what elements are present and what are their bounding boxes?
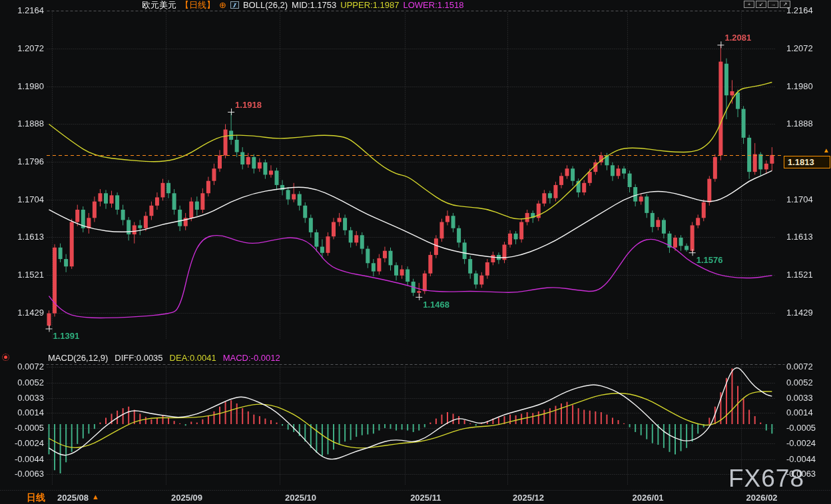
macd-axis-label-right: 0.0014 (786, 407, 813, 417)
chart-canvas[interactable] (0, 0, 831, 504)
x-axis-month-label: 2025/08 (57, 493, 89, 503)
price-axis-label-left: 1.1613 (0, 232, 44, 242)
period-selector-arrow-icon[interactable]: ▲ (92, 493, 99, 501)
chart-type-icon[interactable] (230, 1, 239, 9)
macd-axis-label-right: -0.0044 (786, 454, 816, 464)
price-axis-label-left: 1.1888 (0, 119, 44, 128)
add-indicator-icon[interactable]: ⊕ (219, 0, 226, 10)
price-axis-label-right: 1.2164 (786, 5, 813, 15)
price-axis-label-left: 1.2072 (0, 43, 44, 53)
x-axis-month-label: 2025/09 (171, 493, 202, 503)
current-price-tag: 1.1813 (784, 156, 830, 168)
price-axis-label-right: 1.1429 (786, 308, 813, 318)
macd-axis-label-right: -0.0024 (786, 438, 816, 448)
macd-axis-label-left: 0.0033 (0, 393, 44, 403)
pan-right-icon[interactable]: → (768, 1, 778, 8)
price-axis-label-right: 1.1888 (786, 119, 813, 128)
period-selector[interactable]: 日线 (27, 492, 45, 504)
macd-axis-label-left: -0.0044 (0, 454, 44, 464)
price-axis-label-right: 1.1704 (786, 194, 813, 204)
boll-lower-value: LOWER:1.1518 (403, 0, 463, 10)
chart-header: 欧元美元【日线】 ⊕ BOLL(26,2) MID:1.1753 UPPER:1… (142, 0, 464, 10)
price-up-arrow-icon: ▲ (823, 147, 830, 154)
macd-header: MACD(26,12,9) DIFF:0.0035 DEA:0.0041 MAC… (48, 353, 280, 363)
macd-title: MACD(26,12,9) (48, 353, 108, 363)
price-axis-label-left: 1.1796 (0, 156, 44, 166)
macd-axis-label-left: -0.0024 (0, 438, 44, 448)
price-axis-label-left: 1.1429 (0, 308, 44, 318)
price-axis-label-right: 1.1980 (786, 81, 813, 91)
price-axis-label-left: 1.1704 (0, 194, 44, 204)
macd-axis-label-left: -0.0063 (0, 469, 44, 479)
macd-axis-label-right: -0.0063 (786, 469, 816, 479)
macd-dea-value: DEA:0.0041 (170, 353, 216, 363)
pan-left-icon[interactable]: ↙ (756, 1, 766, 8)
macd-axis-label-left: -0.0005 (0, 423, 44, 433)
symbol-name: 欧元美元 (142, 0, 176, 10)
macd-axis-label-right: 0.0033 (786, 393, 813, 403)
x-axis-month-label: 2025/11 (410, 493, 441, 503)
x-axis-month-label: 2026/01 (633, 493, 664, 503)
price-axis-label-left: 1.1980 (0, 81, 44, 91)
macd-axis-label-right: -0.0005 (786, 423, 816, 433)
boll-mid-value: MID:1.1753 (292, 0, 336, 10)
x-axis-month-label: 2025/10 (285, 493, 316, 503)
macd-macd-value: MACD:-0.0012 (223, 353, 280, 363)
macd-axis-label-right: 0.0072 (786, 362, 813, 372)
macd-diff-value: DIFF:0.0035 (115, 353, 162, 363)
price-axis-label-right: 1.2072 (786, 43, 813, 53)
price-axis-label-right: 1.1521 (786, 270, 813, 280)
boll-label: BOLL(26,2) (243, 0, 288, 10)
price-axis-label-right: 1.1613 (786, 232, 813, 242)
x-axis-month-label: 2025/12 (513, 493, 544, 503)
macd-axis-label-left: 0.0014 (0, 407, 44, 417)
macd-settings-icon[interactable] (2, 354, 9, 361)
macd-axis-label-left: 0.0052 (0, 378, 44, 387)
macd-axis-label-left: 0.0072 (0, 362, 44, 372)
boll-upper-value: UPPER:1.1987 (340, 0, 399, 10)
chart-toolbar: + ↙ → ↗ (744, 1, 790, 8)
x-axis-month-label: 2026/02 (746, 493, 778, 503)
period-tag: 【日线】 (180, 0, 215, 10)
price-axis-label-left: 1.1521 (0, 270, 44, 280)
macd-axis-label-right: 0.0052 (786, 378, 813, 387)
trading-chart-app: 欧元美元【日线】 ⊕ BOLL(26,2) MID:1.1753 UPPER:1… (0, 0, 831, 504)
price-axis-label-left: 1.2164 (0, 5, 44, 15)
crosshair-icon[interactable]: + (744, 1, 754, 8)
